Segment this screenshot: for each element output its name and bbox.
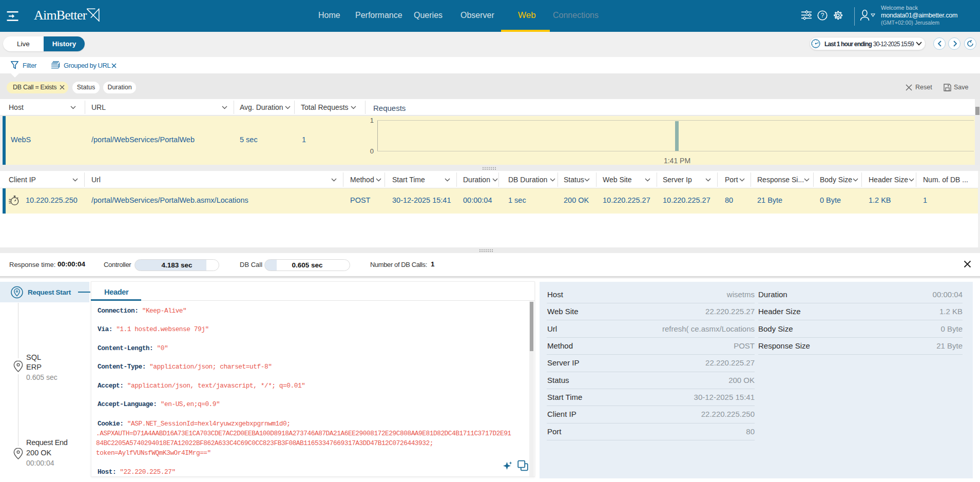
svg-text:?: ?	[821, 12, 824, 19]
